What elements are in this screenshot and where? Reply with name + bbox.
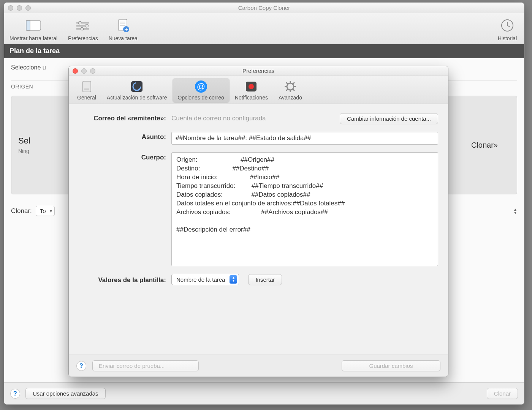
toolbar-preferences[interactable]: Preferencias [68, 17, 98, 41]
svg-text:@: @ [197, 82, 205, 91]
main-footer: ? Usar opciones avanzadas Clonar [4, 382, 524, 404]
toolbar-show-sidebar[interactable]: Mostrar barra lateral [10, 17, 57, 41]
gear-icon [283, 80, 298, 93]
insert-button-label: Insertar [255, 276, 275, 283]
toolbar-preferences-label: Preferencias [68, 35, 98, 41]
toolbar-new-task[interactable]: Nueva tarea [109, 17, 138, 41]
main-titlebar: Carbon Copy Cloner [4, 3, 524, 13]
send-test-mail-label: Enviar correo de prueba... [99, 363, 165, 369]
svg-line-17 [507, 25, 510, 27]
main-window-title: Carbon Copy Cloner [4, 5, 524, 11]
clone-button[interactable]: Clonar [487, 388, 518, 399]
tab-advanced[interactable]: Avanzado [273, 78, 307, 102]
svg-rect-19 [84, 88, 89, 90]
app-icon [129, 80, 144, 93]
template-values-label: Valores de la plantilla: [79, 275, 166, 284]
tab-mail-options[interactable]: @ Opciones de correo [173, 78, 230, 102]
sliders-icon [74, 17, 91, 34]
at-sign-icon: @ [193, 80, 209, 93]
advanced-options-button[interactable]: Usar opciones avanzadas [25, 388, 106, 399]
advanced-options-label: Usar opciones avanzadas [33, 390, 98, 397]
body-label: Cuerpo: [79, 152, 166, 161]
clone-button-label: Clonar [494, 390, 511, 397]
source-well-title: Sel [18, 136, 30, 146]
task-plan-tab-label: Plan de la tarea [10, 47, 60, 55]
tab-software-update[interactable]: Actualización de software [101, 78, 173, 102]
task-plan-tab[interactable]: Plan de la tarea [4, 44, 524, 58]
sender-value: Cuenta de correo no configurada [171, 113, 334, 122]
svg-line-31 [286, 82, 288, 84]
toolbar-new-task-label: Nueva tarea [109, 35, 138, 41]
svg-line-33 [293, 82, 294, 84]
toolbar-history-label: Historial [498, 35, 517, 41]
svg-point-5 [78, 21, 81, 24]
svg-line-34 [286, 89, 288, 91]
tab-notifications-label: Notificaciones [235, 95, 268, 101]
sender-label: Correo del «remitente»: [79, 113, 166, 122]
prefs-titlebar: Preferencias [69, 66, 448, 76]
svg-point-7 [81, 27, 84, 30]
subject-label: Asunto: [79, 132, 166, 141]
stepper-icon[interactable]: ▲▼ [513, 208, 517, 214]
main-toolbar: Mostrar barra lateral Preferencias Nueva… [4, 13, 524, 44]
prefs-body: Correo del «remitente»: Cuenta de correo… [69, 104, 448, 355]
send-test-mail-button[interactable]: Enviar correo de prueba... [92, 360, 199, 371]
tab-general[interactable]: General [72, 78, 101, 102]
clone-direction-label: Clonar» [471, 141, 498, 150]
clonar-select-value: To [40, 208, 46, 214]
svg-point-6 [85, 24, 88, 27]
help-button[interactable]: ? [10, 389, 20, 399]
chevron-down-icon: ▾ [50, 208, 52, 214]
document-plus-icon [115, 17, 131, 34]
updown-chevron-icon: ▲▼ [230, 275, 237, 284]
prefs-footer: ? Enviar correo de prueba... Guardar cam… [69, 355, 448, 377]
drive-icon [79, 80, 94, 93]
preferences-window: Preferencias General Actualización de so… [68, 66, 448, 377]
body-textarea[interactable]: Origen: ##Origen## Destino: ##Destino## … [171, 152, 438, 266]
svg-rect-1 [26, 20, 30, 30]
tab-software-update-label: Actualización de software [107, 95, 167, 101]
sidebar-icon [25, 17, 42, 34]
tab-general-label: General [77, 95, 96, 101]
svg-point-26 [287, 83, 294, 90]
clonar-select[interactable]: To ▾ [36, 206, 55, 216]
tab-notifications[interactable]: Notificaciones [230, 78, 273, 102]
tab-mail-options-label: Opciones de correo [178, 95, 224, 101]
clonar-label: Clonar: [11, 207, 32, 215]
help-button[interactable]: ? [76, 361, 86, 371]
save-changes-label: Guardar cambios [369, 363, 413, 369]
subject-input[interactable] [171, 132, 438, 145]
toolbar-history[interactable]: Historial [496, 17, 519, 41]
change-account-button[interactable]: Cambiar información de cuenta... [340, 113, 438, 124]
tab-advanced-label: Avanzado [279, 95, 302, 101]
template-value-selected: Nombre de la tarea [176, 276, 225, 283]
svg-point-25 [249, 84, 254, 89]
svg-line-32 [293, 89, 294, 91]
change-account-label: Cambiar información de cuenta... [347, 115, 431, 122]
clock-icon [499, 17, 516, 34]
insert-button[interactable]: Insertar [248, 274, 282, 285]
save-changes-button[interactable]: Guardar cambios [342, 360, 440, 371]
toolbar-show-sidebar-label: Mostrar barra lateral [10, 35, 57, 41]
record-icon [244, 80, 259, 93]
source-well-sub: Ning [18, 148, 29, 154]
prefs-window-title: Preferencias [69, 68, 448, 74]
template-value-select[interactable]: Nombre de la tarea ▲▼ [171, 274, 239, 285]
prefs-tabbar: General Actualización de software @ Opci… [69, 76, 448, 104]
